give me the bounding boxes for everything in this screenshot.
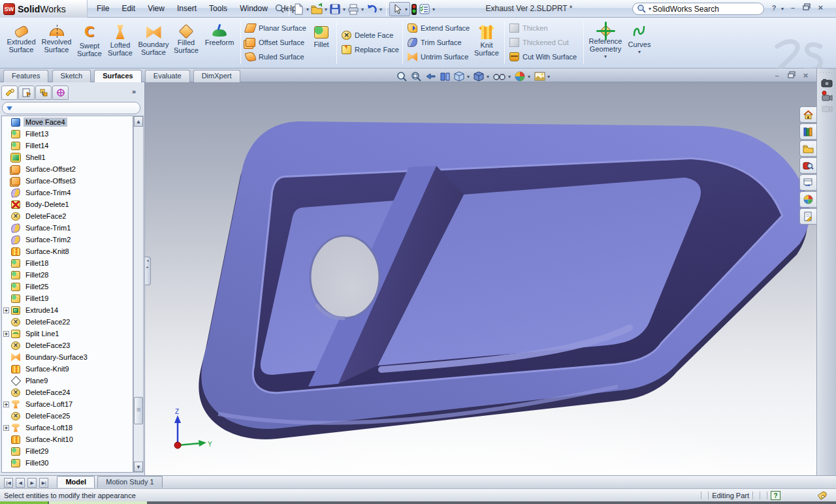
tree-item[interactable]: Fillet19	[2, 292, 133, 304]
search-tab[interactable]	[799, 157, 816, 174]
previous-view-button[interactable]	[425, 71, 437, 82]
menu-file[interactable]: File	[91, 0, 114, 18]
options-dropdown[interactable]: ▾	[431, 7, 436, 12]
delete-face-button[interactable]: Delete Face	[342, 29, 399, 41]
tree-item[interactable]: Plane9	[2, 375, 133, 386]
knit-surface-button[interactable]: KnitSurface	[472, 20, 502, 65]
tree-item[interactable]: Fillet25	[2, 281, 133, 292]
planar-surface-button[interactable]: Planar Surface	[246, 22, 306, 34]
ruled-surface-button[interactable]: Ruled Surface	[246, 51, 306, 63]
reference-geometry-button[interactable]: ReferenceGeometry▾	[587, 20, 624, 65]
tree-filter-input[interactable]	[2, 102, 140, 114]
propertymanager-tab[interactable]	[18, 86, 35, 100]
edit-appearance-dropdown[interactable]: ▾	[526, 74, 532, 80]
select-tool-button[interactable]: ▾	[389, 2, 410, 16]
reference-geometry-dropdown[interactable]: ▾	[587, 53, 624, 61]
display-style-button[interactable]: ▾	[473, 71, 490, 82]
print-icon[interactable]	[347, 3, 360, 16]
lofted-surface-button[interactable]: LoftedSurface	[105, 20, 135, 65]
next-tab-button[interactable]: ▶	[27, 478, 37, 488]
tree-item[interactable]: Fillet30	[2, 457, 133, 469]
help-button[interactable]: ?	[768, 4, 780, 14]
print-dropdown[interactable]: ▾	[360, 7, 365, 12]
offset-surface-button[interactable]: Offset Surface	[246, 37, 306, 48]
tree-item[interactable]: Surface-Offset3	[2, 175, 133, 187]
tree-item[interactable]: Fillet14	[2, 140, 133, 151]
tree-item[interactable]: Surface-Knit8	[2, 245, 133, 257]
prev-tab-button[interactable]: ◀	[16, 478, 25, 488]
menu-edit[interactable]: Edit	[116, 0, 140, 18]
tags-icon[interactable]	[818, 490, 828, 500]
view-orientation-dropdown[interactable]: ▾	[466, 74, 471, 80]
tree-item[interactable]: DeleteFace23	[2, 339, 133, 351]
design-library-tab[interactable]	[799, 123, 816, 140]
doc-restore-button[interactable]	[785, 71, 797, 81]
dimxpertmanager-tab[interactable]	[52, 86, 69, 100]
freeform-button[interactable]: Freeform	[202, 20, 236, 65]
search-scope-dropdown[interactable]: ▾	[647, 6, 652, 12]
tree-item[interactable]: Fillet18	[2, 257, 133, 269]
tree-item[interactable]: Fillet13	[2, 128, 133, 140]
panel-overflow-chevron[interactable]: »	[132, 87, 136, 95]
curves-button[interactable]: Curves▾	[625, 20, 654, 65]
tree-item[interactable]: +Extrude14	[2, 304, 133, 316]
menu-window[interactable]: Window	[234, 0, 273, 18]
tab-model[interactable]: Model	[57, 476, 95, 488]
part-hole[interactable]	[310, 236, 379, 318]
apply-scene-dropdown[interactable]: ▾	[546, 74, 551, 80]
save-dropdown[interactable]: ▾	[342, 7, 347, 12]
tab-motion-study-1[interactable]: Motion Study 1	[97, 476, 162, 488]
search-box[interactable]: ▾	[632, 3, 764, 15]
menu-search-icon[interactable]	[273, 3, 286, 16]
hide-show-dropdown[interactable]: ▾	[507, 74, 512, 80]
tree-item[interactable]: +Split Line1	[2, 328, 133, 339]
tree-item[interactable]: Shell1	[2, 151, 133, 163]
restore-button[interactable]	[801, 3, 812, 13]
open-dropdown[interactable]: ▾	[323, 7, 329, 12]
new-dropdown[interactable]: ▾	[305, 7, 310, 12]
hide-show-items-button[interactable]: ▾	[492, 71, 512, 82]
tab-surfaces[interactable]: Surfaces	[94, 70, 141, 82]
fillet-button[interactable]: Fillet	[308, 20, 334, 65]
swept-surface-button[interactable]: SweptSurface	[74, 20, 104, 65]
tree-item[interactable]: Surface-Trim4	[2, 187, 133, 198]
scroll-thumb[interactable]	[134, 397, 143, 424]
graphics-viewport[interactable]: Z Y	[145, 82, 816, 475]
tree-item[interactable]: Surface-Offset2	[2, 163, 133, 175]
help-dropdown[interactable]: ▾	[780, 6, 785, 12]
tab-features[interactable]: Features	[3, 70, 48, 82]
part-model[interactable]	[145, 82, 816, 475]
revolved-surface-button[interactable]: RevolvedSurface	[39, 20, 74, 65]
extruded-surface-button[interactable]: ExtrudedSurface	[4, 20, 39, 65]
rebuild-traffic-light-icon[interactable]	[410, 3, 418, 16]
doc-close-button[interactable]: ×	[799, 71, 812, 81]
tree-item[interactable]: DeleteFace24	[2, 386, 133, 398]
search-input[interactable]	[652, 5, 750, 14]
tree-item[interactable]: DeleteFace25	[2, 410, 133, 422]
view-palette-tab[interactable]	[799, 174, 816, 191]
quick-tips-button[interactable]: ?	[771, 491, 780, 500]
tree-item[interactable]: Surface-Trim1	[2, 222, 133, 234]
curves-dropdown[interactable]: ▾	[625, 48, 654, 56]
scroll-up-arrow[interactable]: ▲	[134, 116, 143, 127]
display-style-dropdown[interactable]: ▾	[485, 74, 490, 80]
tree-item[interactable]: +Surface-Loft18	[2, 422, 133, 433]
zoom-to-area-button[interactable]	[410, 71, 423, 82]
close-button[interactable]: ×	[814, 3, 826, 13]
undo-dropdown[interactable]: ▾	[378, 7, 383, 12]
expand-toggle[interactable]: +	[3, 402, 9, 407]
untrim-surface-button[interactable]: Untrim Surface	[408, 51, 470, 63]
options-icon[interactable]	[418, 3, 431, 16]
tab-sketch[interactable]: Sketch	[52, 70, 91, 82]
solidworks-resources-tab[interactable]	[799, 106, 816, 123]
tree-item[interactable]: +Surface-Loft17	[2, 398, 133, 410]
tree-item[interactable]: Fillet29	[2, 445, 133, 457]
select-dropdown[interactable]: ▾	[404, 7, 409, 12]
last-tab-button[interactable]: ▶|	[39, 478, 48, 488]
apply-scene-button[interactable]: ▾	[534, 71, 551, 82]
file-explorer-tab[interactable]	[799, 140, 816, 157]
cut-with-surface-button[interactable]: Cut With Surface	[509, 51, 577, 63]
minimize-button[interactable]: –	[787, 4, 799, 14]
expand-toggle[interactable]: +	[3, 331, 9, 337]
featuremanager-tree-tab[interactable]	[1, 86, 18, 100]
